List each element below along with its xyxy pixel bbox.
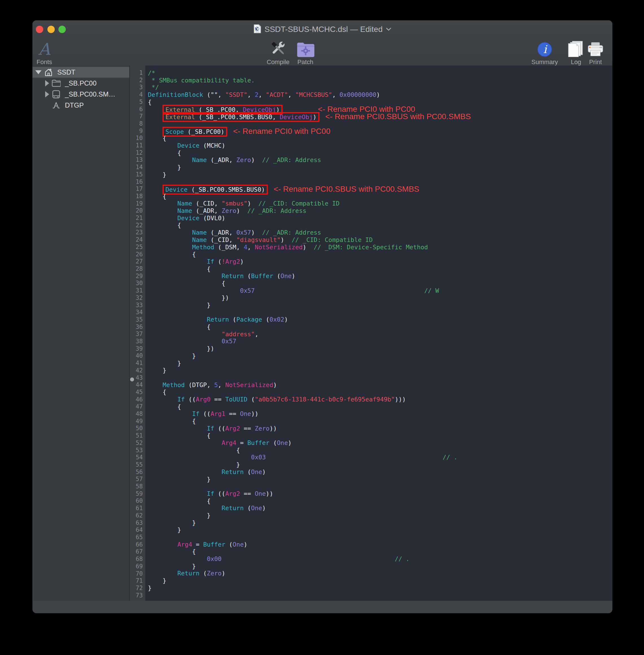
code-line-71[interactable]: } [148, 577, 471, 584]
folder-icon [51, 80, 61, 87]
code-line-63[interactable]: } [148, 519, 471, 526]
code-line-64[interactable]: } [148, 526, 471, 534]
toolbar-button-log[interactable]: Log [567, 40, 585, 66]
code-line-17[interactable]: Device (_SB.PC00.SMBS.BUS0) <- Rename PC… [148, 185, 471, 193]
code-line-67[interactable]: { [148, 548, 471, 555]
code-line-69[interactable]: } [148, 563, 471, 570]
disclosure-expanded-icon[interactable] [35, 70, 42, 74]
code-line-25[interactable]: Method (_DSM, 4, NotSerialized) // _DSM:… [148, 244, 471, 251]
code-line-65[interactable] [148, 534, 471, 541]
code-line-54[interactable]: 0x03 // . [148, 454, 471, 461]
toolbar-button-summary[interactable]: iSummary [531, 40, 558, 66]
toolbar-label-log: Log [571, 59, 581, 66]
code-line-23[interactable]: Name (_ADR, 0x57) // _ADR: Address [148, 229, 471, 236]
toolbar-label-compile: Compile [267, 59, 290, 66]
code-line-12[interactable]: { [148, 149, 471, 157]
code-line-7[interactable]: External (_SB_.PC00.SMBS.BUS0, DeviceObj… [148, 113, 471, 120]
code-line-4[interactable]: DefinitionBlock ("", "SSDT", 2, "ACDT", … [148, 91, 471, 98]
code-line-47[interactable]: { [148, 403, 471, 410]
rename-annotation: <- Rename PCI0.SBUS with PC00.SMBS [323, 112, 471, 121]
title-chevron-down-icon[interactable] [386, 28, 391, 31]
code-line-26[interactable]: { [148, 251, 471, 258]
code-line-42[interactable]: } [148, 367, 471, 374]
code-line-50[interactable]: If ((Arg2 == Zero)) [148, 425, 471, 432]
code-area[interactable]: /* * SMBus compatibility table. */Defini… [148, 69, 471, 599]
code-line-52[interactable]: Arg4 = Buffer (One) [148, 439, 471, 447]
code-line-31[interactable]: 0x57 // W [148, 287, 471, 294]
code-line-40[interactable]: } [148, 352, 471, 360]
code-line-32[interactable]: }) [148, 294, 471, 301]
red-highlight-box: Device (_SB.PC00.SMBS.BUS0) [163, 185, 268, 195]
code-line-44[interactable]: Method (DTGP, 5, NotSerialized) [148, 381, 471, 389]
code-line-39[interactable]: }) [148, 345, 471, 352]
code-line-29[interactable]: Return (Buffer (One) [148, 272, 471, 280]
code-line-62[interactable]: } [148, 512, 471, 519]
sidebar-item-label: _SB.PC00.SM… [65, 90, 115, 98]
sidebar-item-label: DTGP [65, 101, 84, 109]
code-line-41[interactable]: } [148, 360, 471, 367]
code-line-68[interactable]: 0x00 // . [148, 555, 471, 563]
code-line-33[interactable]: } [148, 301, 471, 309]
code-line-53[interactable]: { [148, 447, 471, 454]
code-line-14[interactable]: } [148, 164, 471, 171]
sidebar-item--sb-pc00-sm[interactable]: _SB.PC00.SM… [32, 89, 129, 100]
title-bar: SSDT-SBUS-MCHC.dsl — Edited [32, 20, 613, 38]
toolbar-button-patch[interactable]: Patch [296, 40, 314, 66]
code-line-9[interactable]: Scope (_SB.PC00) <- Rename PCI0 with PC0… [148, 128, 471, 135]
content-area: SSDT_SB.PC00_SB.PC00.SM…DTGP 1 2 3 4 5 6… [32, 66, 613, 601]
toolbar-label-print: Print [589, 59, 602, 66]
code-line-13[interactable]: Name (_ADR, Zero) // _ADR: Address [148, 156, 471, 164]
code-line-2[interactable]: * SMBus compatibility table. [148, 77, 471, 84]
code-line-34[interactable] [148, 309, 471, 316]
code-line-43[interactable] [148, 374, 471, 381]
code-line-51[interactable]: { [148, 432, 471, 439]
code-line-60[interactable]: { [148, 497, 471, 505]
code-line-46[interactable]: If ((Arg0 == ToUUID ("a0b5b7c6-1318-441c… [148, 396, 471, 403]
disclosure-collapsed-icon[interactable] [45, 91, 49, 97]
code-line-57[interactable]: } [148, 476, 471, 483]
code-line-20[interactable]: Name (_ADR, Zero) // _ADR: Address [148, 207, 471, 214]
code-line-15[interactable]: } [148, 171, 471, 178]
sidebar-item-ssdt[interactable]: SSDT [32, 67, 129, 77]
code-line-59[interactable]: If ((Arg2 == One)) [148, 490, 471, 497]
code-line-30[interactable]: { [148, 280, 471, 287]
compile-tools-icon [269, 40, 287, 57]
code-line-49[interactable]: { [148, 417, 471, 425]
code-line-19[interactable]: Name (_CID, "smbus") // _CID: Compatible… [148, 200, 471, 207]
code-line-45[interactable]: { [148, 388, 471, 396]
red-highlight-box: External (_SB_.PC00.SMBS.BUS0, DeviceObj… [163, 112, 319, 122]
code-line-48[interactable]: If ((Arg1 == One)) [148, 410, 471, 417]
sidebar-item-dtgp[interactable]: DTGP [32, 100, 129, 111]
toolbar-button-fonts[interactable]: AFonts [37, 40, 52, 66]
house-icon [44, 68, 53, 76]
code-line-73[interactable] [148, 592, 471, 599]
code-line-24[interactable]: Name (_CID, "diagsvault") // _CID: Compa… [148, 236, 471, 244]
drive-icon [51, 90, 61, 98]
code-line-56[interactable]: Return (One) [148, 468, 471, 476]
sidebar-item-label: SSDT [57, 68, 75, 76]
code-line-36[interactable]: { [148, 323, 471, 331]
code-line-28[interactable]: { [148, 265, 471, 273]
code-line-27[interactable]: If (!Arg2) [148, 258, 471, 265]
code-line-22[interactable]: { [148, 222, 471, 229]
code-line-61[interactable]: Return (One) [148, 504, 471, 512]
toolbar-button-compile[interactable]: Compile [267, 40, 290, 66]
code-line-38[interactable]: 0x57 [148, 338, 471, 345]
code-line-11[interactable]: Device (MCHC) [148, 142, 471, 149]
code-line-35[interactable]: Return (Package (0x02) [148, 316, 471, 323]
code-line-37[interactable]: "address", [148, 331, 471, 338]
code-line-1[interactable]: /* [148, 69, 471, 77]
code-line-58[interactable] [148, 483, 471, 490]
code-line-21[interactable]: Device (DVL0) [148, 214, 471, 222]
toolbar-button-print[interactable]: Print [587, 40, 604, 66]
sidebar-item--sb-pc00[interactable]: _SB.PC00 [32, 78, 129, 89]
code-line-3[interactable]: */ [148, 84, 471, 91]
code-line-55[interactable]: } [148, 461, 471, 468]
red-highlight-box: Scope (_SB.PC00) [163, 127, 227, 137]
code-line-66[interactable]: Arg4 = Buffer (One) [148, 541, 471, 548]
code-line-72[interactable]: } [148, 584, 471, 592]
code-line-70[interactable]: Return (Zero) [148, 570, 471, 577]
disclosure-collapsed-icon[interactable] [45, 80, 49, 86]
splitter-handle-icon[interactable] [130, 378, 134, 381]
toolbar-label-fonts: Fonts [37, 59, 52, 66]
